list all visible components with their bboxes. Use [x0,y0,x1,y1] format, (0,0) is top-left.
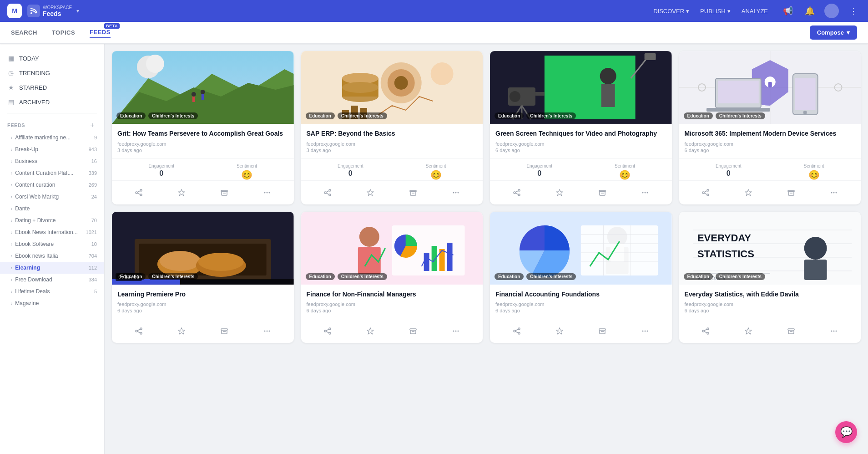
star-button[interactable] [174,185,189,200]
more-button[interactable] [449,185,463,200]
card-time: 3 days ago [307,148,478,153]
sidebar-feed-item-corsi[interactable]: › Corsi Web Marktg 24 [0,191,104,203]
svg-point-173 [702,330,704,332]
star-button[interactable] [363,324,378,338]
sidebar-feed-item-affiliate[interactable]: › Affiliate marketing ne... 9 [0,132,104,143]
archive-button[interactable] [217,185,232,200]
star-button[interactable] [741,324,756,338]
tab-search[interactable]: SEARCH [11,27,37,38]
sidebar-item-archived[interactable]: ▤ ARCHIVED [0,95,104,109]
compose-chevron-icon: ▾ [847,29,850,36]
sidebar-feed-item-breakup[interactable]: › Break-Up 943 [0,143,104,155]
sidebar-feed-item-ebook-software[interactable]: › Ebook Software 10 [0,238,104,250]
sidebar-feed-item-content-curation-plat[interactable]: › Content Curation Platt... 339 [0,167,104,179]
card-image-container[interactable]: EducationChildren's Interests [490,212,672,285]
sidebar-item-today[interactable]: ▦ TODAY [0,51,104,66]
sidebar-feed-item-ebook-italia[interactable]: › Ebook news Italia 704 [0,250,104,262]
more-button[interactable] [260,324,274,338]
archive-button[interactable] [406,324,420,338]
tab-feeds[interactable]: FEEDS BETA [90,27,111,38]
star-button[interactable] [363,185,378,200]
discover-nav-link[interactable]: DISCOVER ▾ [653,8,689,15]
card-image-container[interactable]: EducationChildren's Interests [301,51,483,124]
share-button[interactable] [698,185,713,200]
more-button[interactable] [449,324,463,338]
svg-point-160 [646,331,648,332]
card-title[interactable]: Microsoft 365: Implement Modern Device S… [685,129,856,138]
sidebar-item-trending[interactable]: ◷ TRENDING [0,66,104,80]
sidebar-feed-item-business[interactable]: › Business 16 [0,155,104,167]
archive-button[interactable] [784,324,798,338]
card-title[interactable]: Everyday Statistics, with Eddie Davila [685,290,856,299]
card-image-container[interactable]: 0:22:21 EducationChildren's Interests [112,212,294,285]
archive-button[interactable] [217,324,232,338]
share-button[interactable] [131,185,146,200]
card-title[interactable]: Finance for Non-Financial Managers [307,290,478,299]
archive-button[interactable] [406,185,420,200]
share-button[interactable] [131,324,146,338]
svg-rect-57 [645,53,656,60]
more-button[interactable] [638,185,652,200]
more-button[interactable] [638,324,652,338]
add-feed-button[interactable]: + [88,121,97,130]
workspace-logo[interactable]: WORKSPACE Feeds ▾ [27,5,79,17]
card-source: feedproxy.google.com [307,141,478,147]
archive-button[interactable] [595,185,610,200]
analyze-nav-link[interactable]: ANALYZE [742,8,768,15]
archive-button[interactable] [784,185,798,200]
compose-button[interactable]: Compose ▾ [810,26,857,40]
card-actions [112,319,294,343]
star-button[interactable] [741,185,756,200]
menu-icon[interactable]: ⋮ [846,4,861,18]
discover-chevron-icon: ▾ [686,8,689,15]
card-title[interactable]: Financial Accounting Foundations [495,290,666,299]
card-title[interactable]: Grit: How Teams Persevere to Accomplish … [117,129,288,138]
card-time: 6 days ago [685,308,856,313]
star-button[interactable] [174,324,189,338]
star-button[interactable] [552,185,567,200]
chat-fab[interactable]: 💬 [835,421,857,443]
tab-topics[interactable]: TOPICS [52,27,75,38]
star-button[interactable] [552,324,567,338]
more-button[interactable] [827,185,841,200]
share-button[interactable] [510,185,524,200]
more-button[interactable] [260,185,274,200]
sidebar-feed-item-elearning[interactable]: › Elearning 112 [0,262,104,274]
card-image-container[interactable]: EducationChildren's Interests [112,51,294,124]
card-image-container[interactable]: EVERYDAY STATISTICS Eddie Davila Educati… [679,212,861,285]
share-button[interactable] [698,324,713,338]
card-tag: Children's Interests [148,273,198,280]
sidebar-feed-item-lifetime-deals[interactable]: › Lifetime Deals 5 [0,286,104,297]
card-source: feedproxy.google.com [117,301,288,307]
sidebar-feed-item-dante[interactable]: › Dante [0,203,104,214]
svg-rect-7 [192,97,195,102]
sidebar-feed-item-free-download[interactable]: › Free Download 384 [0,274,104,286]
card-image-container[interactable]: EducationChildren's Interests [301,212,483,285]
more-button[interactable] [827,324,841,338]
sidebar-feed-item-ebook-news-intl[interactable]: › Ebook News Internation... 1021 [0,226,104,238]
share-button[interactable] [320,324,335,338]
card-image-container[interactable]: EducationChildren's Interests [490,51,672,124]
sidebar-feed-item-dating[interactable]: › Dating + Divorce 70 [0,214,104,226]
feed-item-arrow-icon: › [11,289,12,294]
svg-point-69 [646,192,648,193]
card-title[interactable]: Green Screen Techniques for Video and Ph… [495,129,666,138]
chat-icon: 💬 [840,426,853,438]
user-avatar[interactable] [824,4,839,18]
share-button[interactable] [510,324,524,338]
app-logo[interactable]: M [7,4,22,18]
sidebar-item-starred[interactable]: ★ STARRED [0,80,104,95]
sidebar-feed-item-magazine[interactable]: › Magazine [0,297,104,309]
bell-icon[interactable]: 🔔 [802,4,817,18]
card-image-container[interactable]: EducationChildren's Interests [679,51,861,124]
card-title[interactable]: SAP ERP: Beyond the Basics [307,129,478,138]
starred-icon: ★ [7,84,15,91]
sidebar-feed-item-content-curation[interactable]: › Content curation 269 [0,179,104,191]
card-title[interactable]: Learning Premiere Pro [117,290,288,299]
publish-nav-link[interactable]: PUBLISH ▾ [700,8,731,15]
archive-button[interactable] [595,324,610,338]
share-button[interactable] [320,185,335,200]
svg-rect-41 [410,192,416,195]
megaphone-icon[interactable]: 📢 [781,4,795,18]
svg-point-104 [140,328,142,330]
